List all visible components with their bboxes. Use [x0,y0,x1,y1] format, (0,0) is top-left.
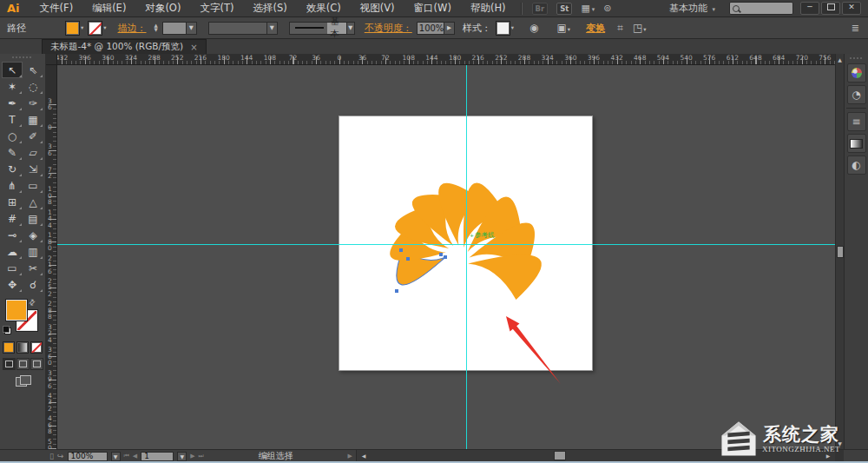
horizontal-scroll-thumb[interactable] [554,451,566,460]
menu-item-1[interactable]: 编辑(E) [82,0,135,17]
horizontal-ruler[interactable]: 4323963603242882522161801441087236036721… [57,54,835,65]
draw-behind-button[interactable] [16,358,30,370]
zoom-level-field[interactable]: 100% [68,452,108,461]
workspace-switcher[interactable]: 基本功能 ▾ [662,2,722,15]
artboard-tool[interactable]: ▭ [2,260,23,276]
type-tool[interactable]: T [2,111,23,128]
document-tab[interactable]: 未标题-4* @ 100% (RGB/预览) × [42,39,207,54]
next-artboard-button[interactable]: ▶ [190,453,194,460]
brush-definition-select[interactable]: 基本 ▼ [289,22,355,35]
swap-fill-stroke-icon[interactable]: ⇄ [27,297,37,308]
align-icon[interactable]: ▣▾ [555,22,574,34]
stroke-swatch[interactable] [88,21,102,36]
column-graph-tool[interactable]: ▥ [23,243,43,260]
slice-tool[interactable]: ✂ [23,260,43,276]
panel-grip[interactable] [850,56,863,61]
stroke-weight-stepper[interactable]: ▲▼ [155,23,158,32]
lasso-tool[interactable]: ◌ [23,78,43,95]
gradient-button[interactable] [16,341,29,354]
menu-item-7[interactable]: 窗口(W) [404,0,461,17]
color-panel-icon[interactable] [847,63,866,83]
first-artboard-button[interactable]: ⏮ [124,453,129,460]
share-screen-icon[interactable]: ⊚ [603,3,611,14]
transform-link[interactable]: 变换 [586,22,605,35]
stroke-weight-select[interactable]: ▼ [162,22,197,35]
previous-artboard-button[interactable]: ◀ [133,453,137,460]
bounding-box-icon[interactable]: ⌗ [615,22,626,34]
menu-item-3[interactable]: 文字(T) [190,0,243,17]
draw-normal-button[interactable] [3,358,16,370]
artboard-number-field[interactable]: 1 [141,452,174,461]
symbol-sprayer-tool[interactable]: ☁ [2,243,23,260]
document-setup-icon[interactable]: ◉ [527,22,541,34]
status-options-button[interactable]: ▶ [348,453,352,460]
gradient-tool[interactable]: ▤ [23,210,43,227]
variable-width-profile-select[interactable]: ▼ [208,22,278,35]
restore-button[interactable] [821,2,840,15]
menu-item-6[interactable]: 视图(V) [351,0,404,17]
scale-tool[interactable]: ⇲ [23,161,43,177]
menu-item-5[interactable]: 效果(C) [297,0,351,17]
panel-grip[interactable] [12,55,33,60]
vertical-ruler[interactable]: 3603672108144180216252288324360396432468… [46,65,57,449]
fill-swatch[interactable] [65,21,80,36]
screen-mode-button[interactable] [16,375,30,386]
draw-inside-button[interactable] [30,358,43,370]
perspective-grid-tool[interactable]: △ [23,194,43,210]
isolate-selection-icon[interactable]: ◳▾ [630,22,649,34]
rotate-tool[interactable]: ↻ [2,161,23,177]
eraser-tool[interactable]: ▱ [23,144,43,161]
add-anchor-point-tool[interactable]: ✑ [23,95,43,111]
pen-tool[interactable]: ✒ [2,95,23,111]
fill-swatch-control[interactable]: ▾ [65,21,83,36]
zoom-tool[interactable]: ☌ [23,276,43,293]
canvas-viewport[interactable]: 参考线 [57,65,835,449]
search-box[interactable] [729,2,793,15]
artboard-dropdown-button[interactable]: ▼ [177,452,187,461]
none-button[interactable] [30,341,43,354]
color-guide-panel-icon[interactable]: ◔ [847,85,866,104]
close-button[interactable]: ✕ [842,2,861,15]
scroll-left-icon[interactable]: ◀ [358,450,369,461]
vertical-scrollbar[interactable]: ▲ ▼ [835,54,844,449]
zoom-dropdown-button[interactable]: ▼ [111,452,121,461]
eyedropper-tool[interactable]: ⊸ [2,227,23,243]
stroke-panel-icon[interactable]: ≡ [847,112,866,131]
export-icon[interactable]: ↪ [57,452,64,460]
style-swatch[interactable] [496,21,510,36]
collapse-control-panel-icon[interactable]: ≣ [852,23,861,34]
opacity-link[interactable]: 不透明度： [365,22,412,35]
menu-item-4[interactable]: 选择(S) [243,0,296,17]
bridge-icon[interactable]: Br [532,3,549,15]
stroke-panel-link[interactable]: 描边： [118,22,147,35]
stock-icon[interactable]: St [556,3,572,15]
transparency-panel-icon[interactable]: ◐ [847,155,866,175]
shape-builder-tool[interactable]: ⊞ [2,194,23,210]
blend-tool[interactable]: ◈ [23,227,43,243]
menu-item-0[interactable]: 文件(F) [30,0,83,17]
paintbrush-tool[interactable]: ✐ [23,128,43,144]
search-input[interactable] [740,3,790,14]
stroke-swatch-control[interactable]: ▾ [88,21,106,36]
free-transform-tool[interactable]: ▭ [23,177,43,194]
selection-tool[interactable]: ↖ [2,62,23,78]
vertical-scroll-thumb[interactable] [837,246,844,258]
ruler-corner[interactable] [46,54,57,65]
gradient-panel-icon[interactable] [847,134,866,153]
pencil-tool[interactable]: ✎ [2,144,23,161]
minimize-button[interactable]: ─ [800,2,819,15]
rectangular-grid-tool[interactable]: ▦ [23,111,43,128]
mesh-tool[interactable]: # [2,210,23,227]
default-fill-stroke-icon[interactable] [3,326,11,334]
magic-wand-tool[interactable]: ✶ [2,78,23,95]
style-swatch-control[interactable]: ▾ [496,21,514,36]
color-button[interactable] [3,341,15,354]
arrange-documents-icon[interactable]: ▦▾ [581,3,595,14]
direct-selection-tool[interactable]: ⇖ [23,62,43,78]
menu-item-8[interactable]: 帮助(H) [461,0,516,17]
fill-color-box[interactable] [6,300,27,321]
close-tab-icon[interactable]: × [190,43,197,52]
scroll-up-icon[interactable]: ▲ [836,54,844,65]
last-artboard-button[interactable]: ⏭ [199,453,204,460]
menu-item-2[interactable]: 对象(O) [135,0,190,17]
